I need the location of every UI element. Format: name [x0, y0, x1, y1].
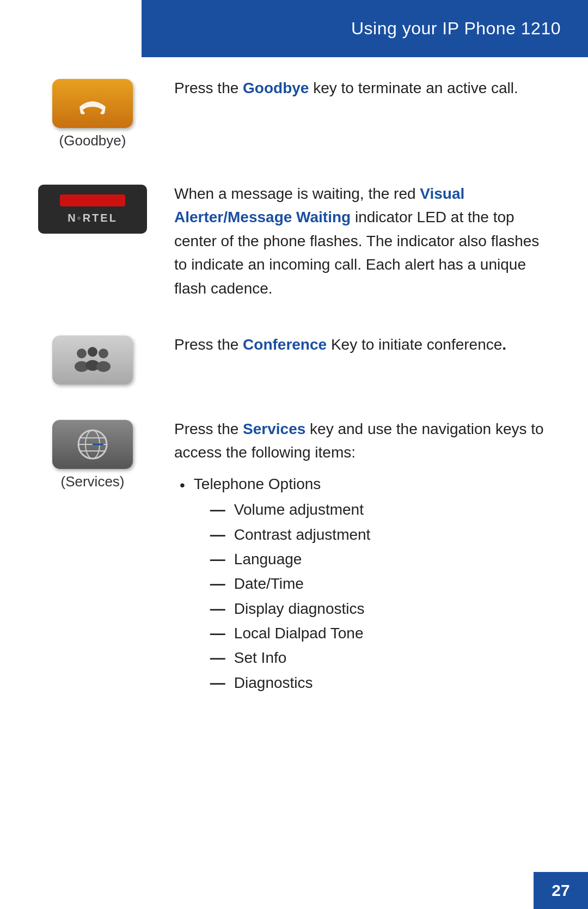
telephone-options-sublist: — Volume adjustment — Contrast adjustmen… [194, 498, 371, 694]
page-number-box: 27 [534, 872, 588, 909]
sub-volume-label: Volume adjustment [234, 498, 364, 521]
header-title-bold: 1210 [521, 19, 561, 38]
sub-diagnostics-label: Diagnostics [234, 671, 313, 694]
sub-set-info-label: Set Info [234, 646, 287, 669]
conference-icon-col [33, 333, 152, 385]
goodbye-description: Press the Goodbye key to terminate an ac… [174, 76, 555, 100]
sub-language: — Language [210, 547, 371, 571]
sub-language-label: Language [234, 547, 302, 571]
sub-set-info: — Set Info [210, 646, 371, 669]
content-area: (Goodbye) Press the Goodbye key to termi… [33, 76, 555, 865]
sub-display-diag: — Display diagnostics [210, 597, 371, 620]
conference-keyword: Conference [243, 336, 327, 353]
goodbye-text: Press the Goodbye key to terminate an ac… [152, 76, 555, 100]
sub-local-dialpad: — Local Dialpad Tone [210, 621, 371, 645]
goodbye-keyword: Goodbye [243, 80, 309, 96]
visual-alerter-section: N◦RTEL When a message is waiting, the re… [33, 182, 555, 300]
header-bar: Using your IP Phone 1210 [142, 0, 588, 57]
goodbye-label: (Goodbye) [59, 132, 126, 149]
red-led-bar [60, 194, 125, 206]
sub-contrast-label: Contrast adjustment [234, 523, 371, 546]
dash-icon: — [210, 523, 225, 546]
services-keyword: Services [243, 420, 305, 437]
sub-datetime-label: Date/Time [234, 572, 304, 595]
sub-local-dialpad-label: Local Dialpad Tone [234, 621, 364, 645]
nortel-brand-text: N◦RTEL [68, 212, 118, 224]
dash-icon: — [210, 671, 225, 694]
visual-alerter-description: When a message is waiting, the red Visua… [174, 182, 555, 300]
visual-alerter-text: When a message is waiting, the red Visua… [152, 182, 555, 300]
goodbye-button-icon [52, 79, 133, 128]
phone-hangup-icon [75, 86, 110, 121]
conference-people-icon [71, 344, 114, 376]
dash-icon: — [210, 646, 225, 669]
svg-point-2 [88, 347, 97, 357]
bullet-dot: • [180, 473, 185, 497]
svg-point-4 [99, 349, 108, 358]
sub-volume: — Volume adjustment [210, 498, 371, 521]
services-label: (Services) [60, 473, 124, 490]
telephone-options-item: • Telephone Options — Volume adjustment … [180, 472, 555, 696]
dash-icon: — [210, 547, 225, 571]
goodbye-icon-col: (Goodbye) [33, 76, 152, 149]
page-number: 27 [552, 881, 569, 900]
svg-point-0 [77, 349, 87, 358]
conference-button-icon [52, 335, 133, 385]
header-title-normal: Using your IP Phone [351, 19, 521, 38]
telephone-options-content: Telephone Options — Volume adjustment — … [194, 472, 371, 696]
visual-alerter-keyword: Visual Alerter/Message Waiting [174, 185, 464, 225]
services-globe-icon [75, 427, 110, 462]
header-title: Using your IP Phone 1210 [351, 19, 561, 39]
goodbye-section: (Goodbye) Press the Goodbye key to termi… [33, 76, 555, 149]
services-intro: Press the Services key and use the navig… [174, 417, 555, 465]
services-text: Press the Services key and use the navig… [152, 417, 555, 698]
conference-section: Press the Conference Key to initiate con… [33, 333, 555, 385]
services-section: (Services) Press the Services key and us… [33, 417, 555, 698]
conference-description: Press the Conference Key to initiate con… [174, 333, 555, 356]
conference-text: Press the Conference Key to initiate con… [152, 333, 555, 356]
services-bullet-list: • Telephone Options — Volume adjustment … [174, 472, 555, 696]
svg-point-5 [96, 361, 111, 372]
sub-datetime: — Date/Time [210, 572, 371, 595]
sub-diagnostics: — Diagnostics [210, 671, 371, 694]
services-icon-col: (Services) [33, 417, 152, 490]
dash-icon: — [210, 597, 225, 620]
visual-alerter-icon-col: N◦RTEL [33, 182, 152, 234]
sub-contrast: — Contrast adjustment [210, 523, 371, 546]
telephone-options-label: Telephone Options [194, 475, 321, 492]
dash-icon: — [210, 572, 225, 595]
sub-display-diag-label: Display diagnostics [234, 597, 365, 620]
dash-icon: — [210, 498, 225, 521]
dash-icon: — [210, 621, 225, 645]
nortel-device-icon: N◦RTEL [38, 185, 147, 234]
services-button-icon [52, 420, 133, 469]
